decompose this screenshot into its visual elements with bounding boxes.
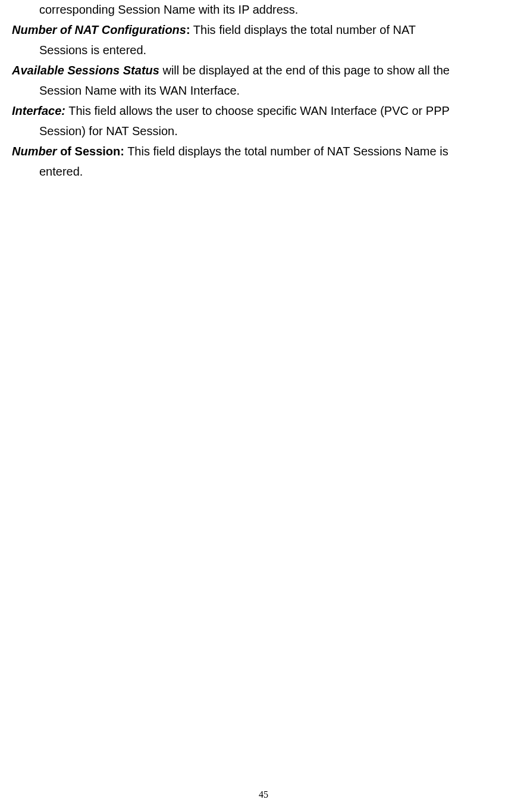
colon: :: [186, 23, 190, 36]
term-available-sessions: Available Sessions Status: [12, 64, 159, 77]
text-line: entered.: [39, 165, 83, 178]
text-line: corresponding Session Name with its IP a…: [39, 3, 298, 16]
paragraph-2: Number of NAT Configurations: This field…: [12, 20, 515, 39]
text-rest: This field allows the user to choose spe…: [65, 104, 450, 117]
paragraph-line-1: corresponding Session Name with its IP a…: [12, 0, 515, 19]
text-rest: will be displayed at the end of this pag…: [159, 64, 450, 77]
paragraph-3-line2: Session Name with its WAN Interface.: [12, 81, 515, 100]
paragraph-3: Available Sessions Status will be displa…: [12, 61, 515, 80]
page-number: 45: [0, 789, 527, 800]
text-rest: This field displays the total number of …: [190, 23, 416, 36]
paragraph-5-line2: entered.: [12, 162, 515, 181]
document-content: corresponding Session Name with its IP a…: [0, 0, 527, 181]
term-number: Number: [12, 145, 57, 158]
page-number-text: 45: [259, 789, 268, 799]
text-line: Session Name with its WAN Interface.: [39, 84, 240, 97]
term-interface: Interface:: [12, 104, 65, 117]
term-number-nat-config: Number of NAT Configurations: [12, 23, 186, 36]
paragraph-4-line2: Session) for NAT Session.: [12, 121, 515, 140]
text-line: Session) for NAT Session.: [39, 124, 178, 138]
term-of-session: of Session:: [57, 145, 124, 158]
paragraph-4: Interface: This field allows the user to…: [12, 101, 515, 120]
text-line: Sessions is entered.: [39, 43, 146, 57]
text-rest: This field displays the total number of …: [124, 145, 448, 158]
paragraph-2-line2: Sessions is entered.: [12, 40, 515, 60]
paragraph-5: Number of Session: This field displays t…: [12, 142, 515, 161]
